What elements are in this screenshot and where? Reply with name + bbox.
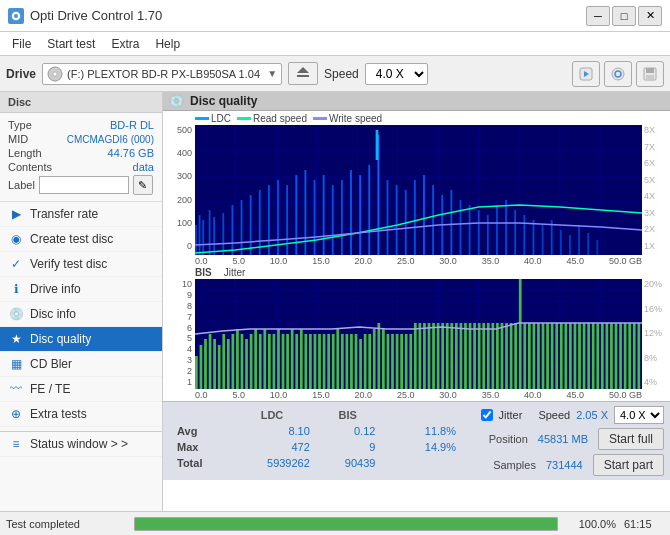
chart-title: Disc quality [190, 94, 257, 108]
label-edit-button[interactable]: ✎ [133, 175, 153, 195]
svg-rect-32 [213, 217, 215, 255]
svg-rect-115 [286, 334, 289, 389]
sidebar-item-disc-quality[interactable]: ★ Disc quality [0, 327, 162, 352]
total-bis-value: 90439 [316, 456, 380, 470]
disc-info-icon: 💿 [8, 307, 24, 321]
svg-rect-105 [241, 334, 244, 389]
eject-button[interactable] [288, 62, 318, 85]
minimize-button[interactable]: ─ [586, 6, 610, 26]
toolbar-btn-2[interactable] [604, 61, 632, 87]
ldc-legend-label: LDC [211, 113, 231, 124]
sidebar-menu: ▶ Transfer rate ◉ Create test disc ✓ Ver… [0, 202, 162, 457]
svg-rect-190 [628, 323, 631, 389]
extra-tests-icon: ⊕ [8, 407, 24, 421]
svg-rect-64 [505, 200, 507, 255]
type-label: Type [8, 119, 32, 131]
svg-rect-117 [295, 334, 298, 389]
svg-rect-181 [587, 323, 590, 389]
max-row: Max 472 9 14.9% [173, 440, 460, 454]
top-chart-with-yaxis: 500 400 300 200 100 0 [167, 125, 666, 267]
svg-rect-163 [505, 323, 508, 389]
svg-rect-129 [350, 334, 353, 389]
svg-rect-164 [510, 323, 513, 389]
jitter-label: Jitter [499, 409, 523, 421]
start-full-button[interactable]: Start full [598, 428, 664, 450]
svg-rect-176 [564, 323, 567, 389]
create-test-disc-label: Create test disc [30, 232, 113, 246]
position-label: Position [489, 433, 528, 445]
status-bar: Test completed 100.0% 61:15 [0, 511, 670, 535]
drive-chevron-icon: ▼ [267, 68, 277, 79]
svg-rect-51 [387, 180, 389, 255]
menu-start-test[interactable]: Start test [39, 35, 103, 53]
chart-header-icon: 💿 [169, 94, 184, 108]
svg-rect-146 [428, 323, 431, 389]
jitter-checkbox[interactable] [481, 409, 493, 421]
svg-rect-100 [218, 345, 221, 389]
menu-help[interactable]: Help [147, 35, 188, 53]
svg-rect-48 [359, 175, 361, 255]
start-part-button[interactable]: Start part [593, 454, 664, 476]
bis-legend-label: BIS [195, 267, 212, 278]
close-button[interactable]: ✕ [638, 6, 662, 26]
avg-jitter-value: 11.8% [395, 424, 460, 438]
svg-rect-139 [396, 334, 399, 389]
svg-rect-43 [314, 180, 316, 255]
bis-col-header: BIS [316, 408, 380, 422]
avg-label: Avg [173, 424, 228, 438]
sidebar-item-drive-info[interactable]: ℹ Drive info [0, 277, 162, 302]
jitter-col-header [395, 408, 460, 422]
sidebar-item-transfer-rate[interactable]: ▶ Transfer rate [0, 202, 162, 227]
svg-rect-123 [323, 334, 326, 389]
speed-select-control[interactable]: 4.0 X2.0 X8.0 X [614, 406, 664, 424]
svg-rect-102 [227, 339, 230, 389]
svg-rect-29 [199, 215, 201, 255]
length-value: 44.76 GB [108, 147, 154, 159]
sidebar-item-create-test-disc[interactable]: ◉ Create test disc [0, 227, 162, 252]
read-speed-legend-label: Read speed [253, 113, 307, 124]
drive-selector[interactable]: (F:) PLEXTOR BD-R PX-LB950SA 1.04 ▼ [42, 63, 282, 85]
menu-extra[interactable]: Extra [103, 35, 147, 53]
svg-rect-151 [450, 323, 453, 389]
svg-rect-35 [241, 200, 243, 255]
label-input[interactable] [39, 176, 129, 194]
drive-label: Drive [6, 67, 36, 81]
svg-rect-154 [464, 323, 467, 389]
total-ldc-value: 5939262 [230, 456, 314, 470]
svg-rect-153 [460, 323, 463, 389]
svg-rect-112 [273, 334, 276, 389]
chart-area: 💿 Disc quality LDC Read speed Write spee… [163, 92, 670, 511]
position-row: Position 45831 MB Start full [489, 428, 664, 450]
ldc-legend-color [195, 117, 209, 120]
svg-rect-63 [496, 205, 498, 255]
svg-rect-36 [250, 195, 252, 255]
svg-rect-124 [327, 334, 330, 389]
sidebar-item-verify-test-disc[interactable]: ✓ Verify test disc [0, 252, 162, 277]
sidebar-item-extra-tests[interactable]: ⊕ Extra tests [0, 402, 162, 427]
svg-rect-101 [222, 334, 225, 389]
main-layout: Disc Type BD-R DL MID CMCMAGDI6 (000) Le… [0, 92, 670, 511]
svg-rect-40 [286, 185, 288, 255]
svg-rect-37 [259, 190, 261, 255]
sidebar-item-disc-info[interactable]: 💿 Disc info [0, 302, 162, 327]
sidebar-item-cd-bler[interactable]: ▦ CD Bler [0, 352, 162, 377]
svg-rect-138 [391, 334, 394, 389]
progress-text: 100.0% [566, 518, 616, 530]
sidebar-item-fe-te[interactable]: 〰 FE / TE [0, 377, 162, 402]
svg-rect-47 [350, 170, 352, 255]
svg-rect-62 [487, 215, 489, 255]
speed-selector[interactable]: 4.0 X2.0 X8.0 X [365, 63, 428, 85]
bottom-chart-legend: BIS Jitter [167, 267, 666, 278]
bottom-chart-svg-container: 0.05.010.015.020.025.030.035.040.045.050… [195, 279, 642, 401]
sidebar-item-status-window[interactable]: ≡ Status window > > [0, 431, 162, 457]
menu-file[interactable]: File [4, 35, 39, 53]
maximize-button[interactable]: □ [612, 6, 636, 26]
svg-rect-188 [619, 323, 622, 389]
status-window-label: Status window > > [30, 437, 128, 451]
toolbar-btn-1[interactable] [572, 61, 600, 87]
svg-rect-147 [432, 323, 435, 389]
toolbar-btn-save[interactable] [636, 61, 664, 87]
svg-rect-73 [587, 233, 589, 255]
verify-test-disc-label: Verify test disc [30, 257, 107, 271]
drive-info-label: Drive info [30, 282, 81, 296]
